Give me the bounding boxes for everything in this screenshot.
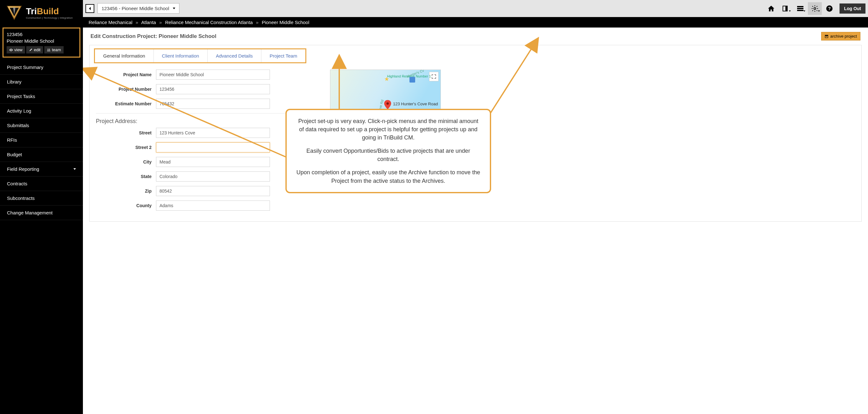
nav-field-reporting[interactable]: Field Reporting bbox=[0, 162, 83, 177]
tab-advanced-details[interactable]: Advanced Details bbox=[208, 49, 261, 62]
project-info-box: 123456 Pioneer Middle School view edit t… bbox=[3, 28, 81, 58]
nav-project-tasks[interactable]: Project Tasks bbox=[0, 89, 83, 104]
nav-subcontracts[interactable]: Subcontracts bbox=[0, 191, 83, 205]
city-label: City bbox=[96, 159, 156, 164]
sidebar: TriBuild Construction | Technology | Int… bbox=[0, 0, 83, 414]
nav-contracts[interactable]: Contracts bbox=[0, 177, 83, 191]
topbar: 123456 - Pioneer Middle School ? Log Out bbox=[83, 0, 868, 17]
city-input[interactable] bbox=[156, 157, 270, 167]
street2-input[interactable] bbox=[156, 142, 270, 153]
svg-rect-8 bbox=[797, 10, 803, 11]
state-input[interactable] bbox=[156, 171, 270, 182]
tab-client-information[interactable]: Client Information bbox=[154, 49, 208, 62]
project-number-label: Project Number bbox=[96, 87, 156, 92]
callout-text: Upon completion of a project, easily use… bbox=[296, 168, 480, 185]
chevron-down-icon bbox=[789, 10, 791, 12]
page-title: Edit Construction Project: Pioneer Middl… bbox=[91, 33, 216, 39]
nav-library[interactable]: Library bbox=[0, 75, 83, 89]
edit-button[interactable]: edit bbox=[26, 46, 43, 54]
tabs: General Information Client Information A… bbox=[94, 49, 306, 63]
street-input[interactable] bbox=[156, 128, 270, 138]
street2-label: Street 2 bbox=[96, 145, 156, 150]
breadcrumb-part[interactable]: Pioneer Middle School bbox=[262, 20, 309, 25]
view-button[interactable]: view bbox=[7, 46, 25, 54]
panel-icon[interactable] bbox=[779, 2, 793, 15]
callout-box: Project set-up is very easy. Click-n-pic… bbox=[285, 109, 491, 193]
brand-name: TriBuild bbox=[26, 6, 73, 17]
svg-point-9 bbox=[814, 8, 816, 9]
svg-point-15 bbox=[386, 102, 389, 105]
breadcrumb-part[interactable]: Reliance Mechanical Construction Atlanta bbox=[165, 20, 253, 25]
team-button[interactable]: team bbox=[44, 46, 64, 54]
home-icon[interactable] bbox=[764, 2, 778, 15]
chevron-down-icon bbox=[803, 10, 805, 12]
nav-budget[interactable]: Budget bbox=[0, 148, 83, 162]
callout-text: Easily convert Opportunties/Bids to acti… bbox=[296, 147, 480, 163]
archive-icon bbox=[825, 34, 829, 38]
project-number: 123456 bbox=[7, 32, 76, 37]
nav-activity-log[interactable]: Activity Log bbox=[0, 104, 83, 118]
brand-tagline: Construction | Technology | Integration bbox=[26, 17, 73, 19]
map-avatar-icon bbox=[409, 77, 415, 83]
state-label: State bbox=[96, 174, 156, 179]
svg-rect-12 bbox=[825, 35, 829, 35]
nav-change-management[interactable]: Change Management bbox=[0, 205, 83, 220]
svg-marker-3 bbox=[89, 7, 91, 10]
estimate-number-input[interactable] bbox=[156, 99, 270, 109]
chevron-down-icon bbox=[73, 168, 76, 170]
county-input[interactable] bbox=[156, 200, 270, 211]
breadcrumb-part[interactable]: Atlanta bbox=[141, 20, 156, 25]
nav-project-summary[interactable]: Project Summary bbox=[0, 60, 83, 75]
svg-rect-5 bbox=[785, 6, 787, 11]
breadcrumb-part[interactable]: Reliance Mechanical bbox=[89, 20, 132, 25]
star-icon: ★ bbox=[384, 75, 389, 83]
project-name-label: Project Name bbox=[96, 72, 156, 77]
settings-icon[interactable] bbox=[808, 2, 822, 15]
tab-general-information[interactable]: General Information bbox=[95, 49, 154, 62]
nav-rfis[interactable]: RFIs bbox=[0, 133, 83, 148]
nav-submittals[interactable]: Submittals bbox=[0, 118, 83, 133]
street-label: Street bbox=[96, 130, 156, 135]
county-label: County bbox=[96, 203, 156, 208]
chevron-down-icon bbox=[818, 10, 820, 12]
map-pin-label: 123 Hunter's Cove Road bbox=[393, 101, 438, 106]
project-selector[interactable]: 123456 - Pioneer Middle School bbox=[97, 3, 179, 13]
svg-text:?: ? bbox=[828, 6, 831, 11]
archive-project-button[interactable]: archive project bbox=[821, 32, 860, 40]
svg-rect-7 bbox=[797, 8, 803, 9]
logout-button[interactable]: Log Out bbox=[839, 3, 865, 13]
svg-rect-14 bbox=[826, 36, 827, 37]
tab-project-team[interactable]: Project Team bbox=[261, 49, 305, 62]
sidebar-nav: Project Summary Library Project Tasks Ac… bbox=[0, 60, 83, 414]
logo[interactable]: TriBuild Construction | Technology | Int… bbox=[0, 0, 83, 28]
breadcrumb: Reliance Mechanical » Atlanta » Reliance… bbox=[83, 17, 868, 28]
callout-text: Project set-up is very easy. Click-n-pic… bbox=[296, 117, 480, 142]
collapse-sidebar-button[interactable] bbox=[86, 4, 94, 13]
estimate-number-label: Estimate Number bbox=[96, 101, 156, 106]
project-number-input[interactable] bbox=[156, 84, 270, 94]
project-name: Pioneer Middle School bbox=[7, 38, 76, 44]
svg-rect-6 bbox=[797, 6, 803, 7]
project-name-input[interactable] bbox=[156, 70, 270, 80]
help-icon[interactable]: ? bbox=[823, 2, 836, 15]
zip-label: Zip bbox=[96, 189, 156, 194]
svg-rect-13 bbox=[825, 36, 828, 38]
zip-input[interactable] bbox=[156, 186, 270, 196]
list-icon[interactable] bbox=[793, 2, 807, 15]
main: 123456 - Pioneer Middle School ? Log Out… bbox=[83, 0, 868, 414]
chevron-down-icon bbox=[173, 8, 175, 9]
logo-icon bbox=[6, 4, 23, 22]
